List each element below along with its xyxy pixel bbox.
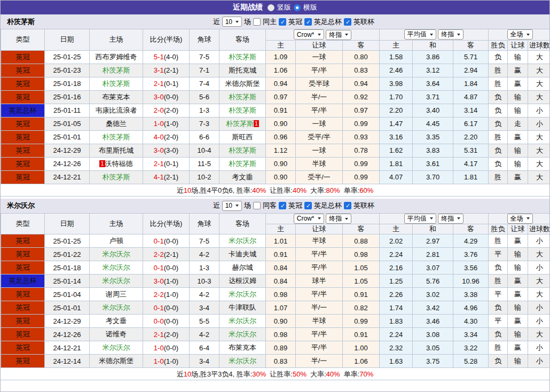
avg-time-select[interactable]: 终指 <box>438 29 463 40</box>
avg-home: 2.46 <box>380 64 413 77</box>
odds-time-select[interactable]: 终指 <box>326 214 351 224</box>
games-count-value: 10 <box>225 202 232 209</box>
avg-draw: 3.42 <box>413 301 453 315</box>
odds-time-select[interactable]: 终指 <box>326 30 351 40</box>
col-home: 主场 <box>90 213 143 234</box>
radio-vertical-label: 竖版 <box>277 3 291 12</box>
col-type: 类型 <box>1 213 45 234</box>
summary-part: 30% <box>252 370 266 378</box>
corners-cell: 10-3 <box>190 275 219 288</box>
result-handicap: 输 <box>508 90 528 104</box>
team-name-text: 朴茨茅斯 <box>229 106 256 114</box>
same-venue-label: 同主 <box>263 17 277 27</box>
fulltime-score: 1-0 <box>154 120 164 128</box>
league-label-league-cup: 英联杯 <box>353 17 374 27</box>
odds-home: 1.01 <box>266 234 296 248</box>
match-type-badge: 英足总杯 <box>1 275 45 288</box>
scope-select[interactable]: 全场 <box>507 214 533 224</box>
col-home: 主场 <box>90 29 143 51</box>
match-type-badge: 英冠 <box>1 90 45 104</box>
summary-part: 40% <box>326 370 340 378</box>
odds-away: 1.05 <box>343 261 380 275</box>
avg-home: 1.58 <box>380 50 413 64</box>
odds-company-select[interactable]: Crow* <box>294 29 324 40</box>
match-date: 24-12-29 <box>45 315 90 328</box>
match-type-badge: 英冠 <box>1 355 45 368</box>
avg-away: 4.29 <box>453 234 489 248</box>
avg-draw: 3.71 <box>413 90 453 104</box>
corners-cell: 1-3 <box>190 261 219 275</box>
league-checkbox-championship[interactable] <box>279 202 286 209</box>
team-name-text: 布莱克本 <box>103 93 130 101</box>
result-goals: 大 <box>528 77 550 90</box>
scope-value: 全场 <box>510 214 523 223</box>
home-team-cell: 朴茨茅斯 <box>90 170 143 184</box>
team-name-text: 考文垂 <box>232 173 253 181</box>
league-checkbox-fa-cup[interactable] <box>304 202 312 209</box>
team-name-text: 米尔沃尔 <box>229 357 256 365</box>
fulltime-score: 2-0 <box>154 106 164 114</box>
match-row: 英冠25-01-16布莱克本3-00-05-6朴茨茅斯0.97半/一0.921.… <box>1 90 550 104</box>
away-team-cell: 米尔沃尔 <box>219 315 266 328</box>
radio-vertical-layout[interactable] <box>268 4 274 11</box>
odds-home: 1.07 <box>266 301 296 315</box>
home-team-cell: 米尔沃尔 <box>90 248 143 261</box>
fulltime-score: 0-1 <box>154 304 164 312</box>
match-type-badge: 英足总杯 <box>1 104 45 117</box>
score-cell: 0-10-0 <box>143 261 190 275</box>
same-venue-checkbox[interactable] <box>253 18 261 26</box>
result-handicap: 赢 <box>508 77 528 90</box>
odds-handicap: 一球 <box>296 117 343 130</box>
result-wdl: 负 <box>489 355 508 368</box>
odds-company-value: Crow* <box>297 215 315 222</box>
avg-source-select[interactable]: 平均值 <box>404 214 436 224</box>
avg-home: 3.16 <box>380 130 413 144</box>
games-count-select[interactable]: 10 <box>222 17 242 27</box>
league-checkbox-championship[interactable] <box>279 18 286 26</box>
score-cell: 0-00-0 <box>143 315 190 328</box>
odds-home: 0.91 <box>266 104 296 117</box>
league-checkbox-fa-cup[interactable] <box>304 18 312 26</box>
team-name-text: 米尔沃尔 <box>229 290 256 298</box>
chevron-down-icon <box>457 34 460 36</box>
halftime-score: 1-0 <box>164 120 178 128</box>
avg-time-select[interactable]: 终指 <box>438 214 463 224</box>
col-result-wdl: 胜负 <box>489 40 508 50</box>
avg-away: 5.71 <box>453 50 489 64</box>
match-type-badge: 英冠 <box>1 50 45 64</box>
odds-away: 0.78 <box>343 144 380 157</box>
result-wdl: 胜 <box>489 341 508 355</box>
avg-draw: 3.64 <box>413 77 453 90</box>
match-type-badge: 英冠 <box>1 77 45 90</box>
odds-handicap: 半/一 <box>296 355 343 368</box>
corners-cell: 6-4 <box>190 341 219 355</box>
odds-handicap: 半球 <box>296 315 343 328</box>
league-checkbox-league-cup[interactable] <box>344 18 351 26</box>
col-odds-handicap: 让球 <box>296 224 343 234</box>
score-cell: 2-02-0 <box>143 104 190 117</box>
result-goals: 大 <box>528 157 550 170</box>
result-wdl: 负 <box>489 261 508 275</box>
chevron-down-icon <box>527 34 530 36</box>
avg-source-select[interactable]: 平均值 <box>404 29 436 40</box>
odds-company-select[interactable]: Crow* <box>294 214 324 224</box>
scope-select[interactable]: 全场 <box>507 29 533 40</box>
match-type-badge: 英冠 <box>1 234 45 248</box>
league-checkbox-league-cup[interactable] <box>344 202 351 209</box>
home-team-cell: 韦康比流浪者 <box>90 104 143 117</box>
same-venue-checkbox[interactable] <box>253 202 261 209</box>
games-count-select[interactable]: 10 <box>222 201 242 211</box>
summary-part: 让胜率: <box>270 370 293 378</box>
result-handicap: 赢 <box>508 234 528 248</box>
result-handicap: 赢 <box>508 275 528 288</box>
odds-handicap: 平/半 <box>296 248 343 261</box>
radio-horizontal-layout[interactable] <box>294 4 301 11</box>
away-team-cell: 米尔沃尔 <box>219 234 266 248</box>
match-date: 25-01-11 <box>45 104 90 117</box>
avg-draw: 3.61 <box>413 157 453 170</box>
corners-cell: 1-3 <box>190 104 219 117</box>
summary-part: 单率: <box>344 370 360 378</box>
odds-time-value: 终指 <box>329 214 342 223</box>
corners-cell: 4-2 <box>190 328 219 341</box>
results-table: 类型 日期 主场 比分(半场) 角球 客场 Crow* 终指 <box>1 29 550 184</box>
